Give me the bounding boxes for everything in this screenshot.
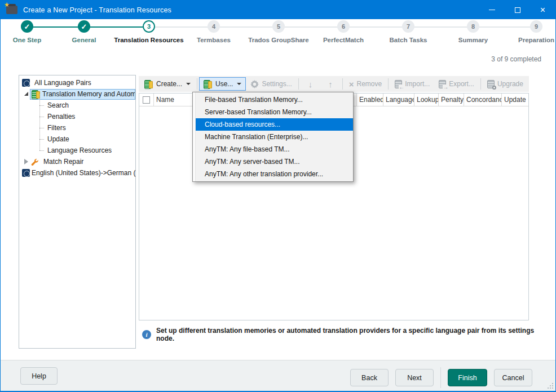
star-icon: ★	[4, 2, 10, 8]
tree-item-all-language-pairs[interactable]: All Language Pairs	[19, 77, 135, 88]
toolbar-separator	[298, 78, 299, 90]
info-row: i Set up different translation memories …	[142, 327, 537, 342]
menu-item-anytm-server-based[interactable]: AnyTM: Any server-based TM...	[193, 155, 353, 168]
tree-item-update[interactable]: Update	[19, 133, 135, 145]
create-project-wizard-window: ★ Create a New Project - Translation Res…	[0, 0, 556, 392]
wizard-stepper: ✓ One Step ✓ General 3 Translation Resou…	[1, 19, 555, 54]
column-label: Name	[156, 96, 174, 104]
menu-item-machine-translation-enterprise[interactable]: Machine Translation (Enterprise)...	[193, 131, 353, 143]
column-label: Concordance	[466, 96, 502, 104]
gear-icon	[250, 80, 259, 88]
upgrade-button[interactable]: Upgrade	[483, 77, 528, 91]
column-label: Enabled	[359, 96, 383, 104]
arrow-up-icon: ↑	[325, 79, 336, 89]
window-title: Create a New Project - Translation Resou…	[23, 6, 171, 14]
step-number: 7	[402, 20, 414, 33]
tree-item-label: English (United States)->German (Ge	[30, 168, 136, 177]
info-text: Set up different translation memories or…	[156, 327, 537, 342]
app-toolbox-icon: ★	[6, 6, 17, 14]
footer-divider	[440, 367, 441, 388]
translation-memory-icon	[144, 79, 153, 88]
use-button-label: Use...	[215, 80, 233, 88]
column-header-lookup: Lookup	[414, 93, 439, 106]
close-icon: ×	[540, 6, 545, 15]
upgrade-icon	[487, 80, 495, 88]
column-header-penalty: Penalty	[439, 93, 464, 106]
maximize-icon	[515, 7, 520, 13]
help-button[interactable]: Help	[20, 367, 58, 385]
move-up-button[interactable]: ↑	[320, 77, 341, 91]
minimize-button[interactable]	[479, 1, 505, 19]
export-button-label: Export...	[449, 80, 474, 88]
remove-button-label: Remove	[357, 80, 382, 88]
step-number: 3	[143, 20, 155, 33]
step-label: Preparation	[497, 37, 556, 43]
tree-selection-highlight: Translation Memory and Automa	[30, 89, 135, 100]
step-number: 6	[337, 20, 350, 33]
footer-bar: Help Back Next Finish Cancel	[1, 360, 555, 391]
resources-toolbar: Create... Use... Settings... ↓ ↑ × Remov…	[139, 76, 529, 92]
column-label: Lookup	[417, 96, 439, 104]
column-label: Languages	[386, 96, 414, 104]
settings-button-label: Settings...	[262, 80, 292, 88]
menu-item-server-based-tm[interactable]: Server-based Translation Memory...	[193, 106, 353, 118]
step-number: 8	[467, 20, 479, 33]
menu-item-anytm-file-based[interactable]: AnyTM: Any file-based TM...	[193, 143, 353, 155]
remove-button[interactable]: × Remove	[345, 77, 386, 91]
tree-item-filters[interactable]: Filters	[19, 122, 135, 133]
create-button[interactable]: Create...	[140, 77, 195, 91]
tree-expanded-icon[interactable]	[24, 92, 28, 96]
tree-item-translation-memory[interactable]: Translation Memory and Automa	[19, 88, 135, 100]
language-pairs-icon	[22, 169, 30, 177]
export-arrow-icon: →	[443, 84, 448, 90]
import-button[interactable]: ← Import...	[390, 77, 434, 91]
resize-grip[interactable]	[546, 382, 553, 389]
column-label: Update	[504, 96, 526, 104]
cancel-button[interactable]: Cancel	[494, 369, 532, 386]
select-all-cell	[139, 93, 154, 106]
mini-gear-icon	[492, 86, 496, 90]
arrow-down-icon: ↓	[305, 79, 316, 89]
use-button[interactable]: Use...	[199, 77, 246, 91]
tree-item-language-resources[interactable]: Language Resources	[19, 145, 135, 156]
tree-collapsed-icon[interactable]	[24, 159, 28, 164]
next-button[interactable]: Next	[395, 369, 434, 386]
info-icon: i	[142, 330, 151, 339]
column-header-languages: Languages	[383, 93, 414, 106]
tree-item-label: Translation Memory and Automa	[41, 90, 135, 99]
settings-tree-panel: All Language Pairs Translation Memory an…	[19, 75, 136, 349]
toolbar-separator	[197, 78, 197, 90]
column-header-update: Update	[502, 93, 528, 106]
menu-item-anytm-other-provider[interactable]: AnyTM: Any other translation provider...	[193, 168, 353, 180]
tree-item-search[interactable]: Search	[19, 100, 135, 111]
import-icon: ←	[395, 80, 402, 88]
select-all-checkbox[interactable]	[143, 96, 150, 104]
step-check-icon: ✓	[21, 20, 33, 33]
title-bar[interactable]: ★ Create a New Project - Translation Res…	[1, 1, 555, 19]
export-icon: →	[439, 80, 446, 88]
menu-item-file-based-tm[interactable]: File-based Translation Memory...	[193, 93, 353, 106]
tree-item-label: All Language Pairs	[33, 78, 93, 87]
column-label: Penalty	[441, 96, 464, 104]
step-number: 9	[530, 20, 542, 33]
create-button-label: Create...	[156, 80, 182, 88]
step-number: 4	[208, 20, 220, 33]
toolbar-separator	[342, 78, 343, 90]
tree-item-label: Update	[46, 135, 71, 144]
wizard-step-preparation[interactable]: 9 Preparation	[497, 20, 556, 43]
tree-item-match-repair[interactable]: Match Repair	[19, 156, 135, 167]
minimize-icon	[489, 10, 495, 10]
finish-button[interactable]: Finish	[448, 369, 487, 386]
tree-item-english-german-pair[interactable]: English (United States)->German (Ge	[19, 167, 135, 179]
settings-button[interactable]: Settings...	[246, 77, 296, 91]
tree-item-penalties[interactable]: Penalties	[19, 111, 135, 122]
close-button[interactable]: ×	[530, 1, 555, 19]
menu-item-cloud-based-resources[interactable]: Cloud-based resources...	[196, 118, 353, 131]
export-button[interactable]: → Export...	[434, 77, 479, 91]
maximize-button[interactable]	[505, 1, 530, 19]
move-down-button[interactable]: ↓	[301, 77, 321, 91]
tree-item-label: Language Resources	[46, 146, 113, 155]
toolbar-separator	[388, 78, 389, 90]
back-button[interactable]: Back	[350, 369, 389, 386]
import-button-label: Import...	[405, 80, 430, 88]
